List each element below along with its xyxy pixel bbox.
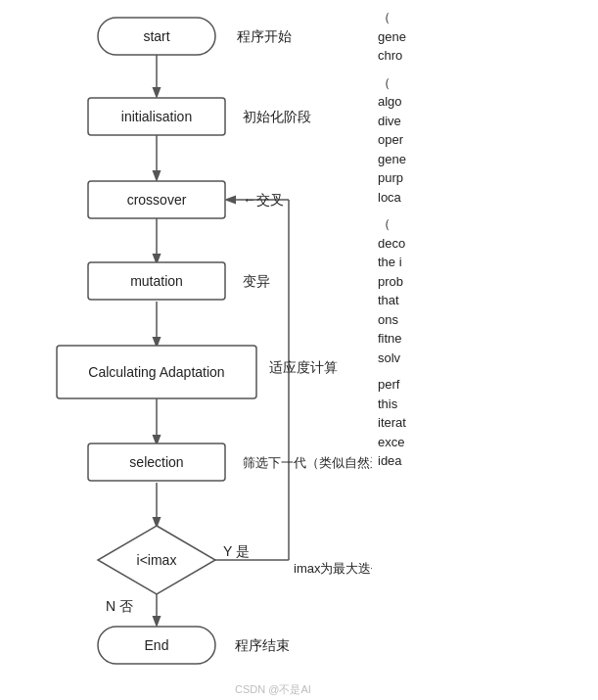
mutation-label: mutation (130, 273, 183, 289)
lbl-selection: 筛选下一代（类似自然选 (243, 455, 372, 470)
diamond-label: i<imax (137, 552, 177, 568)
lbl-crossover: ←交叉 (243, 192, 284, 208)
end-label: End (145, 637, 169, 653)
text-block-4: perfthisiteratexceidea (378, 375, 592, 471)
text-para-3: （decothe iprobthatonsfitnesolv (378, 216, 405, 365)
lbl-y: Y 是 (223, 543, 250, 559)
text-block-3: （decothe iprobthatonsfitnesolv (378, 214, 592, 367)
start-label: start (143, 28, 169, 44)
text-block-1: （genechro (378, 8, 592, 66)
lbl-calc: 适应度计算 (269, 359, 338, 375)
flowchart-area: start 程序开始 initialisation 初始化阶段 crossove… (0, 0, 372, 700)
text-para-1: （genechro (378, 10, 406, 63)
crossover-label: crossover (127, 192, 187, 208)
text-area: （genechro （algodiveopergenepurploca （dec… (372, 0, 598, 700)
text-para-4: perfthisiteratexceidea (378, 377, 406, 468)
lbl-imax: imax为最大迭代次数（ (294, 561, 372, 576)
lbl-end: 程序结束 (235, 637, 290, 653)
lbl-mutation: 变异 (243, 273, 270, 289)
lbl-start: 程序开始 (237, 28, 292, 44)
calc-label: Calculating Adaptation (88, 364, 224, 380)
text-para-2: （algodiveopergenepurploca (378, 75, 406, 205)
lbl-init: 初始化阶段 (243, 109, 311, 124)
lbl-n: N 否 (106, 598, 133, 614)
watermark: CSDN @不是AI (235, 683, 311, 695)
flowchart-svg: start 程序开始 initialisation 初始化阶段 crossove… (0, 0, 372, 700)
init-label: initialisation (121, 109, 192, 124)
selection-label: selection (129, 454, 183, 470)
text-block-2: （algodiveopergenepurploca (378, 73, 592, 208)
